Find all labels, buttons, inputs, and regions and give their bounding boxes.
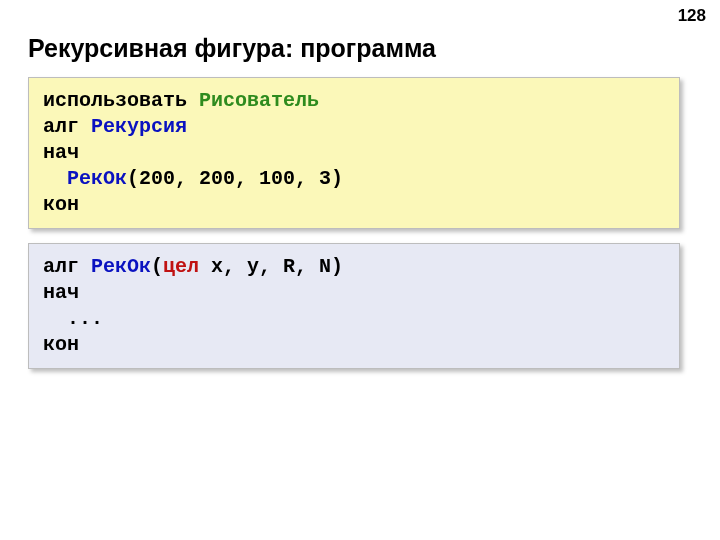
kw-begin: нач: [43, 141, 79, 164]
space: [187, 89, 199, 112]
kw-type: цел: [163, 255, 199, 278]
proc-body: ...: [67, 307, 103, 330]
lib-name: Рисователь: [199, 89, 319, 112]
params-rest: x, y, R, N): [199, 255, 343, 278]
proc-name: РекОк: [91, 255, 151, 278]
kw-alg: алг: [43, 255, 79, 278]
space: [79, 115, 91, 138]
call-name: РекОк: [67, 167, 127, 190]
kw-end: кон: [43, 193, 79, 216]
space: [79, 255, 91, 278]
kw-end: кон: [43, 333, 79, 356]
alg-name: Рекурсия: [91, 115, 187, 138]
slide: 128 Рекурсивная фигура: программа исполь…: [0, 0, 720, 540]
page-number: 128: [678, 6, 706, 26]
kw-use: использовать: [43, 89, 187, 112]
code-block-proc: алг РекОк(цел x, y, R, N) нач ... кон: [28, 243, 680, 369]
kw-alg: алг: [43, 115, 79, 138]
indent: [43, 307, 67, 330]
kw-begin: нач: [43, 281, 79, 304]
call-args: (200, 200, 100, 3): [127, 167, 343, 190]
indent: [43, 167, 67, 190]
code-block-main: использовать Рисователь алг Рекурсия нач…: [28, 77, 680, 229]
paren-open: (: [151, 255, 163, 278]
slide-title: Рекурсивная фигура: программа: [28, 34, 692, 63]
